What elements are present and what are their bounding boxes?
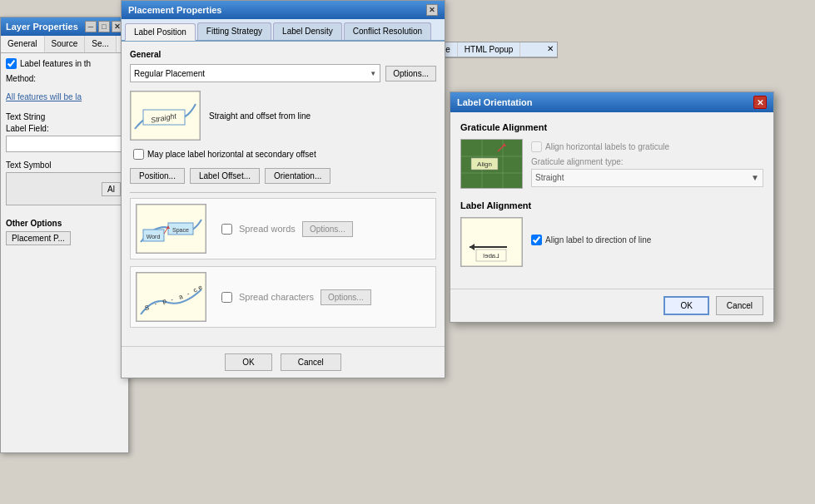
dropdown-arrow-icon: ▼ (370, 70, 376, 77)
label-features-text: Label features in th (20, 59, 91, 68)
spread-chars-preview-box: S - p - a - c e (136, 272, 206, 322)
text-symbol-btn[interactable]: Al (102, 182, 121, 196)
align-to-line-checkbox[interactable] (531, 235, 542, 245)
svg-text:Label: Label (483, 252, 499, 259)
tab-se[interactable]: Se... (85, 36, 117, 52)
layer-props-tabs: General Source Se... (1, 36, 128, 53)
spread-chars-options-btn[interactable]: Options... (321, 289, 371, 305)
other-options-label: Other Options (6, 219, 123, 228)
method-label: Method: (6, 74, 123, 83)
secondary-offset-row: May place label horizontal at secondary … (133, 149, 436, 160)
tab-general[interactable]: General (1, 36, 45, 52)
spread-words-controls: Spread words Options... (221, 221, 430, 237)
label-alignment-title: Label Alignment (460, 200, 763, 210)
svg-text:Align: Align (477, 161, 492, 168)
graticule-dropdown-value: Straight (535, 173, 564, 182)
lo-content: Graticule Alignment Align (450, 112, 773, 289)
layer-properties-title: Layer Properties (6, 22, 78, 32)
spread-words-preview-svg: Word Space (137, 205, 206, 253)
graticule-alignment-title: Graticule Alignment (460, 122, 763, 132)
pp-cancel-btn[interactable]: Cancel (281, 353, 341, 371)
placement-dropdown[interactable]: Regular Placement ▼ (130, 64, 380, 82)
graticule-type-label: Graticule alignment type: (531, 157, 763, 166)
spread-chars-preview-svg: S - p - a - c e (137, 273, 206, 321)
graticule-dropdown: Straight ▼ (531, 169, 763, 187)
maximize-btn[interactable]: □ (98, 21, 110, 32)
text-symbol-box: Al (6, 172, 123, 205)
spread-chars-row: S - p - a - c e Spread characters Option… (130, 266, 436, 328)
label-features-checkbox[interactable] (6, 58, 17, 69)
pp-title: Placement Properties (128, 5, 222, 15)
spread-words-label: Spread words (239, 224, 296, 234)
pp-footer: OK Cancel (122, 346, 445, 378)
align-to-line-label: Align label to direction of line (545, 235, 651, 245)
placement-dropdown-row: Regular Placement ▼ Options... (130, 64, 436, 82)
straight-description: Straight and offset from line (209, 111, 436, 121)
spread-words-preview-box: Word Space (136, 204, 206, 254)
label-field-label: Label Field: (6, 124, 123, 133)
lo-title: Label Orientation (457, 97, 532, 107)
titlebar-buttons: ─ □ ✕ (85, 21, 123, 32)
lo-close-btn[interactable]: ✕ (753, 96, 767, 109)
tab-label-position[interactable]: Label Position (125, 23, 196, 41)
tab-fitting-strategy[interactable]: Fitting Strategy (197, 22, 271, 40)
spread-words-checkbox[interactable] (221, 224, 232, 235)
align-horizontal-row: Align horizontal labels to graticule (531, 141, 763, 152)
divider (130, 192, 436, 193)
svg-text:S: S (144, 304, 149, 312)
placement-properties-btn[interactable]: Placement P... (6, 231, 71, 245)
label-alignment-section: Label Alignment Label (460, 200, 763, 267)
label-align-preview-box: Label (460, 217, 523, 267)
three-btn-row: Position... Label Offset... Orientation.… (130, 168, 436, 184)
align-to-line-row: Align label to direction of line (531, 235, 763, 245)
placement-dropdown-value: Regular Placement (134, 69, 205, 78)
minimize-btn[interactable]: ─ (85, 21, 97, 32)
lo-ok-btn[interactable]: OK (663, 296, 708, 315)
pp-tabs: Label Position Fitting Strategy Label De… (122, 19, 445, 42)
spread-words-row: Word Space Spread words Options... (130, 198, 436, 259)
align-preview-svg: Label (461, 218, 522, 266)
spread-chars-checkbox[interactable] (221, 292, 232, 303)
label-offset-btn[interactable]: Label Offset... (190, 168, 260, 184)
bg-window-close[interactable]: ✕ (547, 44, 554, 53)
label-features-row: Label features in th (6, 58, 123, 69)
spread-words-options-btn[interactable]: Options... (302, 221, 353, 237)
label-orientation-window: Label Orientation ✕ Graticule Alignment (450, 91, 774, 323)
spread-chars-label: Spread characters (239, 292, 314, 302)
tab-conflict-resolution[interactable]: Conflict Resolution (344, 22, 431, 40)
graticule-dropdown-arrow-icon: ▼ (751, 173, 759, 182)
align-horizontal-label: Align horizontal labels to graticule (545, 142, 669, 151)
layer-props-content: Label features in th Method: All feature… (1, 53, 128, 452)
tab-label-density[interactable]: Label Density (273, 22, 342, 40)
straight-placement-row: Straight Straight and offset from line (130, 91, 436, 141)
general-section: General Regular Placement ▼ Options... (130, 50, 436, 82)
tab-source[interactable]: Source (45, 36, 86, 52)
label-field-input[interactable] (6, 136, 123, 152)
layer-properties-window: Layer Properties ─ □ ✕ General Source Se… (0, 17, 129, 453)
svg-text:Word: Word (147, 234, 161, 240)
lo-cancel-btn[interactable]: Cancel (716, 296, 763, 315)
general-label: General (130, 50, 436, 59)
tab-html-popup[interactable]: HTML Popup (458, 42, 521, 57)
layer-properties-titlebar: Layer Properties ─ □ ✕ (1, 17, 128, 36)
spread-chars-controls: Spread characters Options... (221, 289, 430, 305)
lo-footer: OK Cancel (450, 289, 773, 322)
label-align-options: Align label to direction of line (531, 235, 763, 250)
graticule-alignment-section: Graticule Alignment Align (460, 122, 763, 189)
graticule-preview-box: Align (460, 139, 523, 189)
placement-properties-window: Placement Properties ✕ Label Position Fi… (121, 0, 445, 378)
orientation-btn[interactable]: Orientation... (265, 168, 330, 184)
pp-close-btn[interactable]: ✕ (426, 4, 438, 16)
secondary-offset-checkbox[interactable] (133, 149, 144, 160)
straight-preview-svg: Straight (131, 91, 200, 140)
options-btn[interactable]: Options... (385, 66, 436, 82)
graticule-row: Align Align horizontal labels to graticu… (460, 139, 763, 189)
position-btn[interactable]: Position... (130, 168, 185, 184)
text-string-label: Text String (6, 112, 123, 121)
label-align-row: Label Align label to direction of line (460, 217, 763, 267)
secondary-offset-label: May place label horizontal at secondary … (147, 150, 316, 159)
pp-ok-btn[interactable]: OK (225, 353, 271, 371)
svg-text:Space: Space (172, 227, 189, 234)
pp-content: General Regular Placement ▼ Options... (122, 42, 445, 343)
align-horizontal-checkbox[interactable] (531, 141, 542, 152)
